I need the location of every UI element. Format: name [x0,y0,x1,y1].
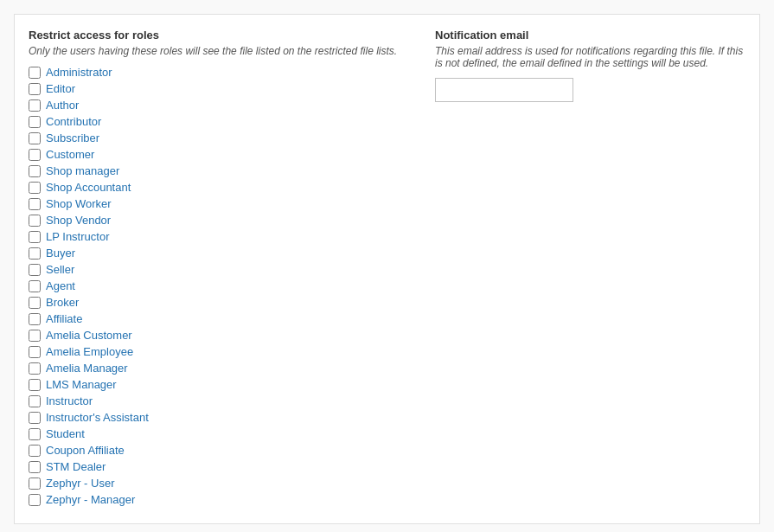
checkbox-item-lp-instructor: LP Instructor [29,230,400,243]
checkbox-subscriber[interactable] [29,132,41,144]
notification-title: Notification email [435,29,745,42]
checkbox-item-editor: Editor [29,82,400,95]
checkbox-item-shop-manager: Shop manager [29,164,400,177]
label-lp-instructor[interactable]: LP Instructor [46,230,109,243]
checkbox-amelia-employee[interactable] [29,346,41,358]
label-author[interactable]: Author [46,99,79,112]
checkbox-shop-manager[interactable] [29,165,41,177]
label-affiliate[interactable]: Affiliate [46,312,82,325]
label-shop-worker[interactable]: Shop Worker [46,197,112,210]
checkbox-stm-dealer[interactable] [29,461,41,473]
checkbox-shop-worker[interactable] [29,198,41,210]
label-amelia-manager[interactable]: Amelia Manager [46,362,128,375]
checkbox-item-zephyr-manager: Zephyr - Manager [29,493,400,506]
checkbox-item-instructor: Instructor [29,394,400,407]
checkbox-lp-instructor[interactable] [29,231,41,243]
checkbox-zephyr-manager[interactable] [29,494,41,506]
checkbox-item-student: Student [29,427,400,440]
checkbox-zephyr-user[interactable] [29,478,41,490]
label-instructors-assistant[interactable]: Instructor's Assistant [46,411,149,424]
checkbox-item-shop-vendor: Shop Vendor [29,214,400,227]
checkbox-instructor[interactable] [29,395,41,407]
checkbox-item-administrator: Administrator [29,66,400,79]
checkbox-coupon-affiliate[interactable] [29,445,41,457]
label-broker[interactable]: Broker [46,296,79,309]
checkbox-item-seller: Seller [29,263,400,276]
checkbox-item-agent: Agent [29,279,400,292]
checkbox-customer[interactable] [29,149,41,161]
checkbox-item-shop-worker: Shop Worker [29,197,400,210]
checkbox-item-stm-dealer: STM Dealer [29,460,400,473]
checkbox-item-contributor: Contributor [29,115,400,128]
label-contributor[interactable]: Contributor [46,115,101,128]
checkbox-item-affiliate: Affiliate [29,312,400,325]
label-shop-manager[interactable]: Shop manager [46,164,119,177]
label-amelia-employee[interactable]: Amelia Employee [46,345,133,358]
checkbox-author[interactable] [29,99,41,112]
checkbox-item-broker: Broker [29,296,400,309]
checkbox-item-buyer: Buyer [29,247,400,260]
label-lms-manager[interactable]: LMS Manager [46,378,117,391]
checkbox-item-shop-accountant: Shop Accountant [29,181,400,194]
label-amelia-customer[interactable]: Amelia Customer [46,329,132,342]
label-seller[interactable]: Seller [46,263,74,276]
checkbox-contributor[interactable] [29,116,41,128]
right-section: Notification email This email address is… [435,29,745,510]
label-instructor[interactable]: Instructor [46,394,93,407]
checkbox-seller[interactable] [29,264,41,276]
checkbox-student[interactable] [29,428,41,440]
checkbox-instructors-assistant[interactable] [29,412,41,424]
checkbox-editor[interactable] [29,83,41,95]
checkbox-buyer[interactable] [29,247,41,260]
main-container: Restrict access for roles Only the users… [14,14,760,524]
label-administrator[interactable]: Administrator [46,66,112,79]
checkbox-item-amelia-manager: Amelia Manager [29,362,400,375]
label-shop-vendor[interactable]: Shop Vendor [46,214,111,227]
checkbox-item-amelia-employee: Amelia Employee [29,345,400,358]
label-buyer[interactable]: Buyer [46,247,75,260]
label-zephyr-manager[interactable]: Zephyr - Manager [46,493,135,506]
label-coupon-affiliate[interactable]: Coupon Affiliate [46,444,125,457]
left-section: Restrict access for roles Only the users… [29,29,400,510]
label-stm-dealer[interactable]: STM Dealer [46,460,106,473]
checkbox-item-amelia-customer: Amelia Customer [29,329,400,342]
checkbox-lms-manager[interactable] [29,379,41,391]
label-agent[interactable]: Agent [46,279,75,292]
checkbox-affiliate[interactable] [29,313,41,325]
checkbox-broker[interactable] [29,297,41,309]
roles-section-desc: Only the users having these roles will s… [29,45,400,57]
notification-desc: This email address is used for notificat… [435,45,745,69]
checkbox-item-author: Author [29,99,400,112]
roles-list: AdministratorEditorAuthorContributorSubs… [29,66,400,506]
checkbox-item-zephyr-user: Zephyr - User [29,477,400,490]
notification-email-input[interactable] [435,78,573,102]
label-zephyr-user[interactable]: Zephyr - User [46,477,114,490]
checkbox-administrator[interactable] [29,67,41,79]
checkbox-item-instructors-assistant: Instructor's Assistant [29,411,400,424]
checkbox-item-lms-manager: LMS Manager [29,378,400,391]
label-student[interactable]: Student [46,427,85,440]
checkbox-shop-vendor[interactable] [29,215,41,227]
roles-section-title: Restrict access for roles [29,29,400,42]
label-shop-accountant[interactable]: Shop Accountant [46,181,131,194]
checkbox-amelia-manager[interactable] [29,362,41,375]
label-subscriber[interactable]: Subscriber [46,131,99,144]
checkbox-item-coupon-affiliate: Coupon Affiliate [29,444,400,457]
label-customer[interactable]: Customer [46,148,94,161]
checkbox-shop-accountant[interactable] [29,182,41,194]
checkbox-item-customer: Customer [29,148,400,161]
checkbox-amelia-customer[interactable] [29,330,41,342]
checkbox-agent[interactable] [29,280,41,292]
checkbox-item-subscriber: Subscriber [29,131,400,144]
label-editor[interactable]: Editor [46,82,75,95]
